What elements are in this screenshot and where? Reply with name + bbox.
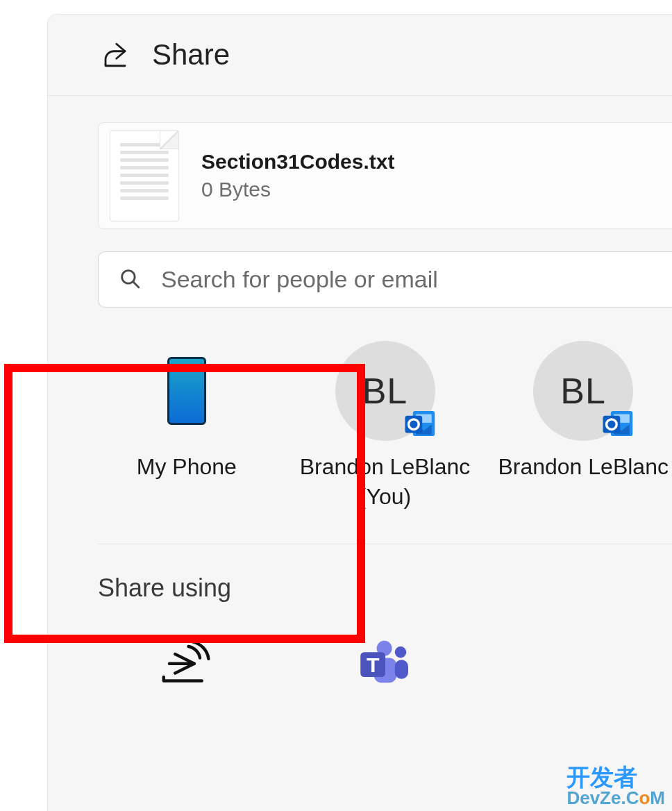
teams-icon: T [355,637,416,686]
app-nearby-sharing[interactable] [98,637,271,686]
file-card[interactable]: Section31Codes.txt 0 Bytes [98,122,672,229]
share-target-contact[interactable]: BL Brandon LeBlanc [494,341,672,512]
nearby-sharing-icon [154,637,215,686]
svg-text:T: T [366,654,379,677]
outlook-badge-icon [600,405,637,442]
share-target-contact-self[interactable]: BL Brandon LeBlanc (You) [296,341,474,512]
avatar: BL [533,341,633,441]
phone-icon [167,357,206,425]
share-target-my-phone[interactable]: My Phone [98,341,276,512]
file-name: Section31Codes.txt [201,150,394,174]
app-more[interactable] [499,637,672,686]
svg-line-1 [133,281,139,287]
panel-header: Share [48,15,672,96]
panel-content: Section31Codes.txt 0 Bytes My Phone [48,96,672,686]
outlook-badge-icon [402,405,439,442]
share-apps-row: T [98,637,672,686]
search-input[interactable] [161,266,653,293]
share-target-label: My Phone [137,452,237,482]
panel-title: Share [152,38,230,72]
share-target-label: Brandon LeBlanc [498,452,669,482]
avatar-initials: BL [560,370,606,412]
share-using-title: Share using [98,574,672,603]
svg-point-11 [394,646,406,658]
file-thumbnail-icon [110,130,179,221]
app-teams[interactable]: T [299,637,471,686]
file-size: 0 Bytes [201,178,394,201]
svg-rect-13 [394,660,408,680]
file-meta: Section31Codes.txt 0 Bytes [201,150,394,201]
share-icon [101,40,130,69]
avatar: BL [335,341,435,441]
search-icon [118,267,142,293]
share-targets: My Phone BL [98,341,672,544]
search-row[interactable] [98,251,672,308]
share-target-label: Brandon LeBlanc (You) [299,452,472,512]
share-panel: Share Section31Codes.txt 0 Bytes [47,14,672,811]
avatar-initials: BL [362,370,408,412]
